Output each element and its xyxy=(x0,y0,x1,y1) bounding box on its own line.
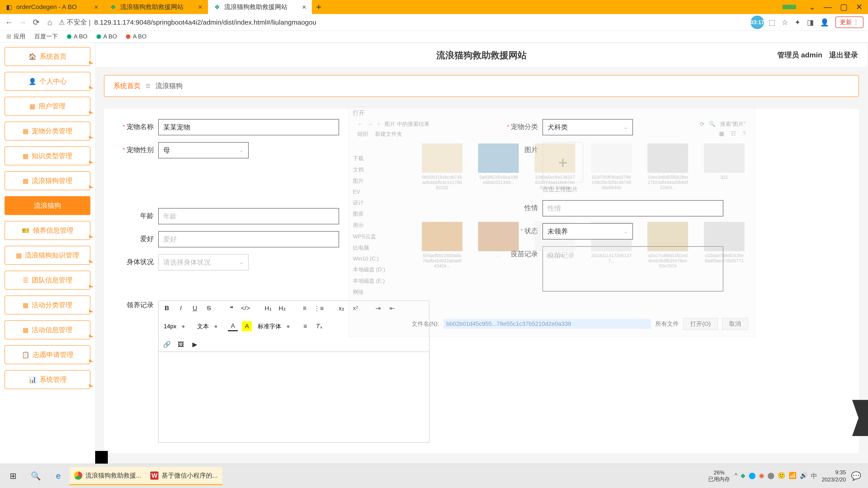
image-button[interactable]: 🖼 xyxy=(176,339,186,349)
bookmark-abo1[interactable]: A BO xyxy=(67,33,88,40)
bookmark-abo2[interactable]: A BO xyxy=(96,33,117,40)
sidebar-item-adopt-info[interactable]: 🎫领养信息管理 xyxy=(4,221,90,240)
reload-button[interactable]: ⟳ xyxy=(32,18,41,27)
tray-icon[interactable]: 🔊 xyxy=(800,472,808,480)
bookmark-abo3[interactable]: A BO xyxy=(126,33,147,40)
bg-color-button[interactable]: A xyxy=(242,321,252,331)
video-button[interactable]: ▶ xyxy=(190,339,200,349)
maximize-icon[interactable]: ▢ xyxy=(840,2,848,12)
font-size-select[interactable]: 14px◆ xyxy=(162,322,191,331)
superscript-button[interactable]: x² xyxy=(350,303,360,313)
h2-button[interactable]: H₂ xyxy=(277,303,287,313)
bold-button[interactable]: B xyxy=(162,303,172,313)
home-button[interactable]: ⌂ xyxy=(45,18,54,27)
sidebar-item-volunteer[interactable]: 📋志愿申请管理 xyxy=(4,345,90,364)
install-icon[interactable]: ⬚ xyxy=(769,18,775,27)
taskbar-clock[interactable]: 9:35 2023/2/20 xyxy=(822,469,846,483)
font-family-select[interactable]: 标准字体◆ xyxy=(256,322,296,331)
tray-icon[interactable]: ⬤ xyxy=(749,472,756,480)
sidebar-item-stray-manage[interactable]: ▦流浪猫狗管理 xyxy=(4,171,90,190)
browser-tab-2[interactable]: ❖ 流浪猫狗救助救援网站 × xyxy=(208,0,312,14)
close-icon[interactable]: × xyxy=(94,3,98,11)
playback-cursor-icon xyxy=(95,451,108,464)
quote-button[interactable]: ❝ xyxy=(226,303,237,313)
new-tab-button[interactable]: + xyxy=(312,0,326,14)
editor-body[interactable] xyxy=(159,352,429,442)
breadcrumb-home[interactable]: 系统首页 xyxy=(114,81,141,91)
body-select[interactable]: 请选择身体状况⌄ xyxy=(158,254,249,270)
status-select[interactable]: 未领养⌄ xyxy=(542,223,633,239)
sidebar-item-activity-info[interactable]: ▦活动信息管理 xyxy=(4,320,90,339)
text-color-button[interactable]: A xyxy=(228,321,238,331)
hobby-input[interactable] xyxy=(158,231,339,248)
address-bar[interactable]: ⚠ 不安全 | 8.129.11.174:9048/springboot4a4i… xyxy=(59,18,746,27)
age-input[interactable] xyxy=(158,208,339,224)
search-button[interactable]: 🔍 xyxy=(24,464,47,488)
sidepanel-icon[interactable]: ◨ xyxy=(807,18,814,27)
pet-name-input[interactable] xyxy=(158,119,339,135)
field-vaccine: 疫苗记录 疫苗记录 xyxy=(495,246,852,291)
subscript-button[interactable]: x₂ xyxy=(336,303,346,313)
breadcrumb: 系统首页 ☰ 流浪猫狗 xyxy=(104,75,859,97)
update-button[interactable]: 更新 ⋮ xyxy=(835,17,864,28)
tray-up-icon[interactable]: ^ xyxy=(735,472,737,480)
bookmark-baidu[interactable]: 百度一下 xyxy=(34,33,58,40)
upload-button[interactable]: + xyxy=(542,142,583,183)
indent-button[interactable]: ⇥ xyxy=(373,303,383,313)
memory-indicator[interactable]: 26% 已用内存 xyxy=(708,469,730,483)
chevron-down-icon[interactable]: ⌄ xyxy=(809,2,815,12)
sidebar-item-team-info[interactable]: ☰团队信息管理 xyxy=(4,271,90,290)
tray-ime-icon[interactable]: 中 xyxy=(811,472,817,480)
ordered-list-button[interactable]: ≡ xyxy=(300,303,310,313)
sidebar-item-home[interactable]: 🏠系统首页 xyxy=(4,47,90,66)
chart-icon: 📊 xyxy=(29,376,36,383)
underline-button[interactable]: U xyxy=(190,303,200,313)
clear-format-button[interactable]: Tₓ xyxy=(314,321,324,331)
sidebar-item-stray[interactable]: 流浪猫狗 xyxy=(4,196,90,215)
vaccine-textarea[interactable]: 疫苗记录 xyxy=(542,246,723,291)
browser-tab-1[interactable]: ❖ 流浪猫狗救助救援网站 × xyxy=(104,0,208,14)
sidebar-item-users[interactable]: ▦用户管理 xyxy=(4,97,90,116)
tray-icon[interactable]: ⬤ xyxy=(767,472,774,480)
apps-button[interactable]: ⊞ 应用 xyxy=(6,33,25,40)
sidebar-item-pet-category[interactable]: ▦宠物分类管理 xyxy=(4,122,90,140)
star-icon[interactable]: ☆ xyxy=(782,18,788,27)
text-style-select[interactable]: 文本◆ xyxy=(195,322,224,331)
logout-link[interactable]: 退出登录 xyxy=(829,50,858,60)
tray-icon[interactable]: ◆ xyxy=(741,472,745,480)
close-icon[interactable]: × xyxy=(302,3,306,11)
notifications-button[interactable]: 💬 xyxy=(850,471,862,481)
sidebar-item-activity-category[interactable]: ▦活动分类管理 xyxy=(4,295,90,315)
unordered-list-button[interactable]: ⋮≡ xyxy=(314,303,324,313)
strike-button[interactable]: S xyxy=(204,303,214,313)
link-button[interactable]: 🔗 xyxy=(162,339,172,349)
italic-button[interactable]: I xyxy=(176,303,186,313)
outdent-button[interactable]: ⇤ xyxy=(387,303,397,313)
sidebar-item-knowledge-type[interactable]: ▦知识类型管理 xyxy=(4,147,90,165)
tray-icon[interactable]: ◉ xyxy=(759,472,764,480)
pet-gender-select[interactable]: 母⌄ xyxy=(158,142,249,158)
temperament-input[interactable] xyxy=(542,200,723,217)
code-button[interactable]: </> xyxy=(241,303,250,313)
sidebar-item-stray-knowledge[interactable]: ▦流浪猫狗知识管理 xyxy=(4,246,90,265)
start-button[interactable]: ⊞ xyxy=(2,464,24,488)
minimize-icon[interactable]: — xyxy=(824,2,832,12)
profile-icon[interactable]: 👤 xyxy=(820,18,829,27)
close-icon[interactable]: × xyxy=(198,3,202,11)
tray-icon[interactable]: 🙂 xyxy=(778,472,785,480)
extensions-icon[interactable]: ✦ xyxy=(795,18,801,27)
h1-button[interactable]: H₁ xyxy=(263,303,273,313)
window-close-icon[interactable]: ✕ xyxy=(856,2,863,12)
align-button[interactable]: ≡ xyxy=(300,321,310,331)
taskbar-app-chrome[interactable]: 流浪猫狗救助救援... xyxy=(70,467,146,485)
insecure-badge: ⚠ 不安全 | xyxy=(59,18,91,27)
forward-button[interactable]: → xyxy=(18,18,27,27)
sidebar-item-system[interactable]: 📊系统管理 xyxy=(4,370,90,389)
tray-icon[interactable]: 📶 xyxy=(789,472,797,480)
browser-tab-0[interactable]: ◧ orderCodegen - A BO × xyxy=(0,0,104,14)
pet-category-select[interactable]: 犬科类⌄ xyxy=(542,119,633,135)
sidebar-item-profile[interactable]: 👤个人中心 xyxy=(4,72,90,91)
taskbar-app-wps[interactable]: W 基于微信小程序的... xyxy=(146,467,222,485)
edge-icon[interactable]: e xyxy=(47,464,70,488)
back-button[interactable]: ← xyxy=(4,18,13,27)
